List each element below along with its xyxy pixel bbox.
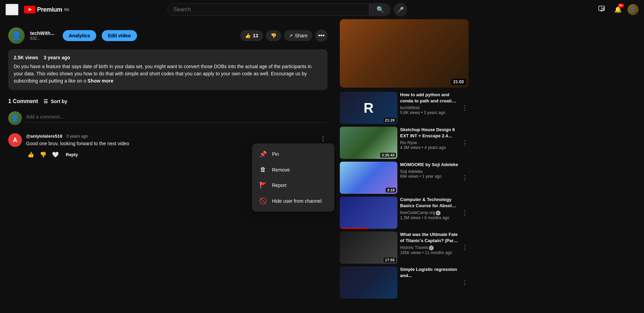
channel-name: techWith... (30, 30, 54, 36)
like-button[interactable]: 👍 13 (240, 30, 263, 41)
video-more-button[interactable]: ⋮ (461, 231, 469, 264)
avatar-image: 👤 (630, 7, 635, 12)
channel-avatar[interactable]: 👤 (8, 27, 25, 44)
mic-icon: 🎤 (397, 7, 404, 13)
like-count: 13 (253, 33, 258, 38)
comment-thumbup-icon: 👍 (27, 151, 34, 158)
channel-subs: 632... (30, 36, 54, 41)
video-more-button[interactable]: ⋮ (461, 162, 469, 194)
comment-dislike-button[interactable]: 👎 (38, 150, 48, 159)
logo-text: Premium (37, 6, 62, 13)
heart-icon: 🤍 (52, 151, 59, 158)
context-menu-remove[interactable]: 🗑 Remove (252, 162, 334, 177)
video-channel: Rio Ryne (400, 140, 458, 145)
progress-bar (340, 228, 369, 229)
analytics-button[interactable]: Analytics (63, 30, 96, 41)
video-meta: Simple Logistic regression and... (400, 266, 458, 299)
video-title: Computer & Technology Basics Course for … (400, 197, 458, 209)
comment-time: 3 years ago (66, 134, 88, 139)
menu-button[interactable] (5, 4, 18, 15)
notifications-button[interactable]: 🔔 9+ (611, 3, 625, 16)
sidebar-video-item[interactable]: R 21:20 How to add python and conda to p… (340, 92, 469, 124)
video-more-button[interactable]: ⋮ (461, 197, 469, 229)
search-input-wrap (168, 3, 369, 16)
more-actions-button[interactable]: ••• (315, 29, 327, 42)
mic-button[interactable]: 🎤 (394, 3, 407, 16)
header: PremiumNG 🔍 🎤 🔔 (0, 0, 644, 19)
share-button[interactable]: ↗ Share (284, 30, 312, 41)
reply-button[interactable]: Reply (63, 151, 80, 159)
left-panel: 👤 techWith... 632... Analytics Edit vide… (0, 19, 336, 313)
sidebar-video-item[interactable]: 17:55 What was the Ultimate Fate of Tita… (340, 231, 469, 264)
comment-more-button[interactable]: ⋮ (319, 133, 327, 143)
featured-duration: 21:03 (451, 79, 466, 85)
video-meta: Sketchup House Design 6 EXT INT + Enscap… (400, 127, 458, 159)
avatar[interactable]: 👤 (628, 4, 639, 15)
search-button[interactable]: 🔍 (369, 3, 391, 16)
sidebar-video-item[interactable]: Simple Logistic regression and... ⋮ (340, 266, 469, 299)
sidebar-video-item[interactable]: Computer & Technology Basics Course for … (340, 197, 469, 229)
featured-thumb-image (340, 19, 469, 88)
video-channel: Historic Travels✓ (400, 245, 458, 250)
create-button[interactable] (595, 3, 608, 16)
search-input[interactable] (168, 4, 369, 15)
trash-icon: 🗑 (259, 166, 267, 173)
show-more-button[interactable]: Show more (88, 78, 113, 84)
video-thumbnail: R 21:20 (340, 92, 397, 124)
video-stats: 165K views • 11 months ago (400, 250, 458, 255)
sidebar-video-item[interactable]: 3:35:43 Sketchup House Design 6 EXT INT … (340, 127, 469, 159)
upload-time: 3 years ago (44, 55, 70, 60)
share-icon: ↗ (289, 33, 293, 38)
video-stats: 694 views • 1 year ago (400, 174, 458, 179)
video-meta: Computer & Technology Basics Course for … (400, 197, 458, 229)
sidebar-video-item[interactable]: 3:19 MOMOORE by Soji Adeleke Soji Adelek… (340, 162, 469, 194)
comment-thumbdown-icon: 👎 (40, 151, 47, 158)
comment-header: @aniyiolalere518 3 years ago (26, 133, 327, 139)
search-icon: 🔍 (376, 6, 384, 13)
dislike-button[interactable]: 👎 (266, 30, 281, 41)
video-stats: 1.3M views • 6 months ago (400, 215, 458, 220)
video-thumbnail (340, 266, 397, 299)
header-left: PremiumNG (5, 4, 74, 15)
comment-item: A @aniyiolalere518 3 years ago Good one … (8, 133, 327, 159)
comment-avatar-letter: A (13, 137, 17, 144)
context-menu-report[interactable]: 🚩 Report (252, 177, 334, 193)
logo[interactable]: PremiumNG (24, 5, 70, 14)
search-bar: 🔍 🎤 (168, 3, 407, 16)
video-more-button[interactable]: ⋮ (461, 266, 469, 299)
comment-like-button[interactable]: 👍 (26, 150, 36, 159)
comments-count: 1 Comment (8, 98, 38, 104)
video-channel: techWithId (400, 105, 458, 110)
video-duration: 3:19 (386, 188, 396, 192)
video-more-button[interactable]: ⋮ (461, 127, 469, 159)
video-meta: What was the Ultimate Fate of Titanic's … (400, 231, 458, 264)
video-stats: 5.8K views • 3 years ago (400, 110, 458, 115)
video-meta: How to add python and conda to path and … (400, 92, 458, 124)
header-right: 🔔 9+ 👤 (595, 3, 639, 16)
context-menu-pin[interactable]: 📌 Pin (252, 146, 334, 162)
video-thumbnail: 17:55 (340, 231, 397, 264)
description-text: Do you have a feature that says date of … (14, 63, 322, 85)
comment-heart-button[interactable]: 🤍 (51, 150, 60, 159)
edit-video-button[interactable]: Edit video (102, 30, 137, 41)
description-meta: 2.5K views 3 years ago (14, 55, 322, 60)
pin-label: Pin (272, 151, 279, 157)
context-menu-hide-user[interactable]: 🚫 Hide user from channel (252, 193, 334, 209)
featured-video-thumb[interactable]: 21:03 (340, 19, 469, 88)
comment-input[interactable] (26, 111, 327, 123)
video-channel: freeCodeCamp.org✓ (400, 210, 458, 215)
video-thumbnail: 3:19 (340, 162, 397, 194)
more-icon: ••• (318, 32, 325, 39)
video-title: What was the Ultimate Fate of Titanic's … (400, 231, 458, 244)
report-label: Report (272, 183, 286, 188)
create-icon (598, 5, 605, 14)
block-icon: 🚫 (259, 197, 267, 205)
sort-button[interactable]: ☰ Sort by (44, 99, 67, 104)
comment-author: @aniyiolalere518 (26, 134, 62, 139)
channel-text: techWith... 632... (30, 30, 54, 41)
video-more-button[interactable]: ⋮ (461, 92, 469, 124)
share-label: Share (295, 33, 308, 38)
description-content: Do you have a feature that says date of … (14, 64, 311, 84)
main-layout: 👤 techWith... 632... Analytics Edit vide… (0, 19, 644, 313)
description-box: 2.5K views 3 years ago Do you have a fea… (8, 49, 327, 90)
